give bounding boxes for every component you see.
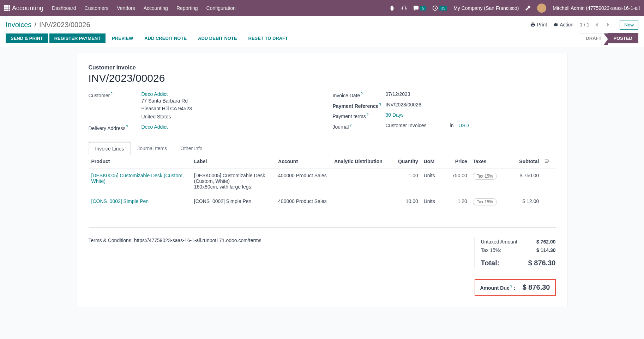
app-brand: Accounting: [12, 5, 43, 12]
nav-customers[interactable]: Customers: [85, 5, 109, 11]
terms-text[interactable]: Terms & Conditions: https://47759023-saa…: [89, 238, 261, 243]
invoice-date-value[interactable]: 07/12/2023: [386, 91, 556, 97]
journal-label: Journal?: [333, 123, 386, 130]
amount-due-box: Amount Due? : $ 876.30: [475, 279, 556, 296]
line-tax[interactable]: Tax 15%: [470, 194, 509, 210]
table-row[interactable]: [CONS_0002] Simple Pen [CONS_0002] Simpl…: [89, 194, 556, 210]
line-price[interactable]: 750.00: [443, 168, 470, 194]
tab-other-info[interactable]: Other Info: [174, 142, 209, 155]
th-subtotal[interactable]: Subtotal: [508, 155, 542, 168]
address-line3: United States: [142, 113, 312, 121]
help-icon[interactable]: ?: [367, 113, 369, 117]
send-print-button[interactable]: SEND & PRINT: [6, 33, 48, 43]
invoice-date-label: Invoice Date?: [333, 91, 386, 98]
apps-grid-icon: [4, 5, 10, 11]
th-taxes[interactable]: Taxes: [470, 155, 509, 168]
nav-reporting[interactable]: Reporting: [176, 5, 198, 11]
product-link[interactable]: [CONS_0002] Simple Pen: [91, 198, 149, 204]
line-subtotal: $ 12.00: [508, 194, 542, 210]
line-label[interactable]: [DESK0005] Customizable Desk (Custom, Wh…: [191, 168, 275, 194]
line-analytic[interactable]: [331, 194, 387, 210]
column-toggle[interactable]: [542, 155, 555, 168]
tab-invoice-lines[interactable]: Invoice Lines: [89, 142, 131, 155]
pager: 1 / 1: [580, 20, 613, 30]
th-product[interactable]: Product: [89, 155, 191, 168]
help-icon[interactable]: ?: [379, 103, 381, 106]
line-account[interactable]: 400000 Product Sales: [275, 194, 331, 210]
nav-configuration[interactable]: Configuration: [206, 5, 236, 11]
company-switcher[interactable]: My Company (San Francisco): [453, 5, 519, 11]
form-sheet: Customer Invoice INV/2023/00026 Customer…: [77, 53, 567, 307]
breadcrumb-current: INV/2023/00026: [39, 21, 90, 29]
th-uom[interactable]: UoM: [421, 155, 443, 168]
customer-link[interactable]: Deco Addict: [142, 91, 168, 97]
th-account[interactable]: Account: [275, 155, 331, 168]
debug-icon[interactable]: [389, 5, 395, 11]
customer-label: Customer?: [89, 91, 142, 98]
help-icon[interactable]: ?: [361, 92, 363, 96]
help-icon[interactable]: ?: [349, 123, 351, 127]
th-price[interactable]: Price: [443, 155, 470, 168]
user-avatar[interactable]: [537, 4, 546, 13]
pager-next[interactable]: [603, 20, 613, 30]
help-icon[interactable]: ?: [110, 92, 113, 96]
pager-prev[interactable]: [591, 20, 601, 30]
help-icon[interactable]: ?: [510, 284, 512, 288]
totals-block: Untaxed Amount: $ 762.00 Tax 15%: $ 114.…: [475, 238, 556, 269]
credit-note-button[interactable]: ADD CREDIT NOTE: [139, 33, 192, 43]
debit-note-button[interactable]: ADD DEBIT NOTE: [193, 33, 242, 43]
tab-journal-items[interactable]: Journal Items: [131, 142, 174, 155]
status-bar: DRAFT POSTED: [580, 33, 638, 43]
th-analytic[interactable]: Analytic Distribution: [331, 155, 387, 168]
register-payment-button[interactable]: REGISTER PAYMENT: [49, 33, 106, 43]
print-icon: [530, 22, 535, 27]
line-analytic[interactable]: [331, 168, 387, 194]
status-posted[interactable]: POSTED: [608, 33, 638, 43]
activities-badge: 35: [439, 6, 447, 11]
line-uom[interactable]: Units: [421, 194, 443, 210]
nav-menu: Dashboard Customers Vendors Accounting R…: [52, 5, 236, 11]
nav-vendors[interactable]: Vendors: [117, 5, 135, 11]
table-row[interactable]: [DESK0005] Customizable Desk (Custom, Wh…: [89, 168, 556, 194]
support-icon[interactable]: [401, 5, 407, 11]
action-button[interactable]: Action: [553, 22, 573, 27]
tools-icon[interactable]: [525, 5, 531, 11]
print-button[interactable]: Print: [530, 22, 547, 27]
activities-icon[interactable]: 35: [432, 5, 447, 11]
user-name[interactable]: Mitchell Admin (47759023-saas-16-1-all: [553, 5, 640, 11]
nav-dashboard[interactable]: Dashboard: [52, 5, 76, 11]
nav-accounting[interactable]: Accounting: [144, 5, 168, 11]
delivery-link[interactable]: Deco Addict: [142, 124, 168, 130]
invoice-lines-table: Product Label Account Analytic Distribut…: [89, 155, 556, 210]
currency-link[interactable]: USD: [458, 123, 469, 128]
delivery-label: Delivery Address?: [89, 124, 142, 131]
line-label[interactable]: [CONS_0002] Simple Pen: [191, 194, 275, 210]
journal-value[interactable]: Customer Invoices in USD: [386, 123, 556, 128]
reset-draft-button[interactable]: RESET TO DRAFT: [243, 33, 293, 43]
payment-ref-value[interactable]: INV/2023/00026: [386, 102, 556, 107]
breadcrumb-separator: /: [34, 21, 36, 29]
line-qty[interactable]: 10.00: [387, 194, 421, 210]
settings-icon: [544, 159, 549, 164]
pager-value[interactable]: 1 / 1: [580, 22, 589, 27]
breadcrumb-parent[interactable]: Invoices: [6, 21, 31, 29]
help-icon[interactable]: ?: [126, 125, 128, 129]
line-account[interactable]: 400000 Product Sales: [275, 168, 331, 194]
line-uom[interactable]: Units: [421, 168, 443, 194]
gear-icon: [553, 22, 558, 27]
nav-right: 5 35 My Company (San Francisco) Mitchell…: [389, 4, 640, 13]
line-tax[interactable]: Tax 15%: [470, 168, 509, 194]
address-line1: 77 Santa Barbara Rd: [142, 97, 312, 105]
document-title: INV/2023/00026: [89, 72, 556, 84]
preview-button[interactable]: PREVIEW: [107, 33, 138, 43]
product-link[interactable]: [DESK0005] Customizable Desk (Custom, Wh…: [91, 173, 184, 184]
tabs: Invoice Lines Journal Items Other Info: [89, 142, 556, 155]
new-button[interactable]: New: [620, 20, 638, 30]
th-label[interactable]: Label: [191, 155, 275, 168]
apps-menu[interactable]: Accounting: [4, 5, 43, 12]
messages-icon[interactable]: 5: [413, 5, 426, 11]
th-quantity[interactable]: Quantity: [387, 155, 421, 168]
line-price[interactable]: 1.20: [443, 194, 470, 210]
line-qty[interactable]: 1.00: [387, 168, 421, 194]
payment-terms-value[interactable]: 30 Days: [386, 112, 404, 118]
